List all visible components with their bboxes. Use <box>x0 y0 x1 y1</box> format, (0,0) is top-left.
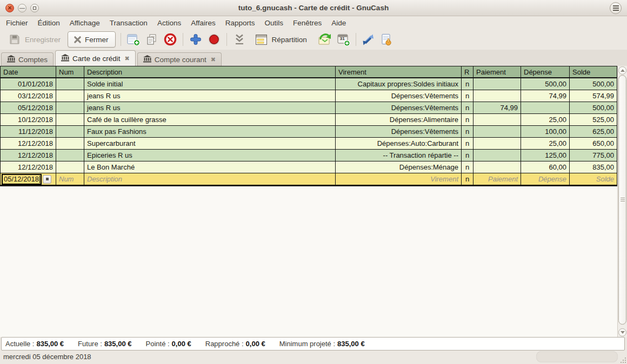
vertical-scrollbar[interactable] <box>617 66 627 337</box>
exchange-icon[interactable] <box>317 32 332 47</box>
duplicate-icon[interactable] <box>144 32 159 47</box>
cell-num[interactable] <box>56 161 84 173</box>
cell-depense[interactable]: 100,00 <box>521 126 570 137</box>
cell-reconciled[interactable]: n <box>462 114 473 125</box>
col-header-num[interactable]: Num <box>56 66 84 77</box>
delete-icon[interactable] <box>163 32 178 47</box>
menu-aide[interactable]: Aide <box>326 17 351 29</box>
cell-date[interactable]: 03/12/2018 <box>1 90 56 102</box>
col-header-date[interactable]: Date <box>1 66 56 77</box>
enter-icon[interactable] <box>188 32 203 47</box>
new-transaction-icon[interactable] <box>126 32 141 47</box>
cell-depense[interactable]: 25,00 <box>521 114 570 125</box>
cell-description[interactable]: Café de la cuillère grasse <box>84 114 336 125</box>
cell-depense[interactable]: 500,00 <box>521 78 570 90</box>
cell-virement[interactable]: Dépenses:Auto:Carburant <box>336 138 462 149</box>
menu-outils[interactable]: Outils <box>259 17 288 29</box>
cell-paiement[interactable] <box>473 161 521 173</box>
cell-paiement[interactable] <box>473 138 521 149</box>
menu-affaires[interactable]: Affaires <box>186 17 221 29</box>
cell-paiement[interactable] <box>473 114 521 125</box>
cell-num[interactable] <box>56 78 84 90</box>
table-row[interactable]: 12/12/2018 Epiceries R us -- Transaction… <box>1 150 617 161</box>
cell-reconciled[interactable]: n <box>462 150 473 161</box>
cell-num[interactable] <box>56 150 84 161</box>
cell-paiement[interactable] <box>473 78 521 90</box>
col-header-r[interactable]: R <box>462 66 473 77</box>
cell-description[interactable]: Supercarburant <box>84 138 336 149</box>
depense-input[interactable]: Dépense <box>521 173 570 185</box>
cancel-icon[interactable] <box>206 32 222 47</box>
cell-solde[interactable]: 650,00 <box>570 138 617 149</box>
save-button[interactable]: Enregistrer <box>3 30 64 49</box>
tab-carte-de-credit[interactable]: Carte de crédit ✖ <box>55 50 136 66</box>
cell-description[interactable]: jeans R us <box>84 102 336 113</box>
cell-reconciled[interactable]: n <box>462 78 473 90</box>
table-row[interactable]: 11/12/2018 Faux pas Fashions Dépenses:Vê… <box>1 126 617 138</box>
split-button[interactable]: Répartition <box>250 30 311 49</box>
cell-description[interactable]: jeans R us <box>84 90 336 102</box>
cell-description[interactable]: Le Bon Marché <box>84 161 336 173</box>
table-row[interactable]: 12/12/2018 Supercarburant Dépenses:Auto:… <box>1 138 617 150</box>
table-row[interactable]: 12/12/2018 Le Bon Marché Dépenses:Ménage… <box>1 161 617 173</box>
edit-row[interactable]: 05/12/2018 Num Description Virement n Pa… <box>1 173 617 186</box>
goto-blank-icon[interactable] <box>232 32 247 47</box>
menu-rapports[interactable]: Rapports <box>221 17 260 29</box>
date-input[interactable]: 05/12/2018 <box>2 174 42 185</box>
cell-solde[interactable]: 500,00 <box>570 102 617 113</box>
cell-date[interactable]: 05/12/2018 <box>1 102 56 113</box>
col-header-description[interactable]: Description <box>84 66 336 77</box>
cell-depense[interactable]: 74,99 <box>521 90 570 102</box>
cell-depense[interactable]: 125,00 <box>521 150 570 161</box>
col-header-solde[interactable]: Solde <box>570 66 617 77</box>
tab-close-icon[interactable]: ✖ <box>210 56 216 63</box>
close-window-icon[interactable]: ✕ <box>5 4 14 12</box>
table-row[interactable]: 10/12/2018 Café de la cuillère grasse Dé… <box>1 114 617 126</box>
cell-virement[interactable]: -- Transaction répartie -- <box>336 150 462 161</box>
cell-reconciled[interactable]: n <box>462 138 473 149</box>
cell-num[interactable] <box>56 138 84 149</box>
cell-paiement[interactable] <box>473 126 521 137</box>
reconciled-input[interactable]: n <box>462 173 473 185</box>
cell-paiement[interactable] <box>473 150 521 161</box>
menu-fichier[interactable]: Fichier <box>1 17 33 29</box>
table-row[interactable]: 03/12/2018 jeans R us Dépenses:Vêtements… <box>1 90 617 102</box>
cell-description[interactable]: Faux pas Fashions <box>84 126 336 137</box>
cell-reconciled[interactable]: n <box>462 126 473 137</box>
num-input[interactable]: Num <box>56 173 84 185</box>
table-row[interactable]: 05/12/2018 jeans R us Dépenses:Vêtements… <box>1 102 617 114</box>
cell-date[interactable]: 11/12/2018 <box>1 126 56 137</box>
schedule-icon[interactable]: 31 <box>336 32 351 47</box>
scroll-up-icon[interactable] <box>618 66 626 75</box>
cell-num[interactable] <box>56 126 84 137</box>
date-dropdown-button[interactable] <box>43 175 51 184</box>
col-header-depense[interactable]: Dépense <box>521 66 570 77</box>
menu-transaction[interactable]: Transaction <box>105 17 152 29</box>
cell-virement[interactable]: Dépenses:Vêtements <box>336 126 462 137</box>
cell-date[interactable]: 12/12/2018 <box>1 150 56 161</box>
cell-virement[interactable]: Dépenses:Vêtements <box>336 102 462 113</box>
cell-paiement[interactable]: 74,99 <box>473 102 521 113</box>
cell-reconciled[interactable]: n <box>462 90 473 102</box>
cell-description[interactable]: Epiceries R us <box>84 150 336 161</box>
cell-virement[interactable]: Capitaux propres:Soldes initiaux <box>336 78 462 90</box>
cell-virement[interactable]: Dépenses:Vêtements <box>336 90 462 102</box>
cell-solde[interactable]: 500,00 <box>570 78 617 90</box>
cell-depense[interactable]: 25,00 <box>521 138 570 149</box>
cell-virement[interactable]: Dépenses:Ménage <box>336 161 462 173</box>
minimize-window-icon[interactable]: — <box>18 4 26 12</box>
cell-num[interactable] <box>56 114 84 125</box>
maximize-window-icon[interactable] <box>30 4 39 12</box>
transfer-icon[interactable] <box>361 32 376 47</box>
cell-reconciled[interactable]: n <box>462 161 473 173</box>
cell-solde[interactable]: 835,00 <box>570 161 617 173</box>
cell-paiement[interactable] <box>473 90 521 102</box>
cell-depense[interactable]: 60,00 <box>521 161 570 173</box>
cell-solde[interactable]: 625,00 <box>570 126 617 137</box>
cell-solde[interactable]: 574,99 <box>570 90 617 102</box>
table-row[interactable]: 01/01/2018 Solde initial Capitaux propre… <box>1 78 617 90</box>
close-tab-button[interactable]: Fermer <box>68 31 116 48</box>
cell-reconciled[interactable]: n <box>462 102 473 113</box>
tab-close-icon[interactable]: ✖ <box>124 55 130 62</box>
cell-virement[interactable]: Dépenses:Alimentaire <box>336 114 462 125</box>
